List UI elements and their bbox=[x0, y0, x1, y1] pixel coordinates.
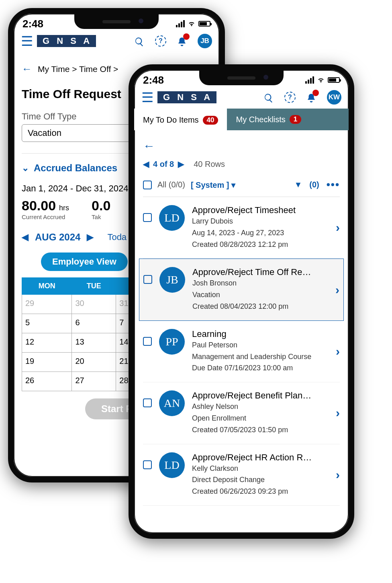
tab-todo[interactable]: My To Do Items 40 bbox=[134, 109, 227, 130]
item-avatar: PP bbox=[159, 329, 185, 355]
back-icon[interactable]: ← bbox=[143, 132, 340, 155]
employee-view-button[interactable]: Employee View bbox=[41, 252, 128, 271]
calendar-day-header: TUE bbox=[72, 278, 116, 295]
item-title: Learning bbox=[192, 329, 329, 339]
calendar-cell[interactable]: 27 bbox=[72, 372, 116, 391]
menu-icon[interactable]: ☰ bbox=[141, 90, 153, 104]
status-icons bbox=[305, 76, 340, 84]
chevron-right-icon: › bbox=[335, 283, 339, 297]
wifi-icon bbox=[316, 76, 325, 84]
item-created: Created 06/26/2023 09:23 pm bbox=[192, 486, 329, 497]
today-link[interactable]: Toda bbox=[107, 232, 127, 242]
select-all-checkbox[interactable] bbox=[143, 181, 152, 189]
breadcrumb-text: My Time > Time Off > bbox=[38, 64, 118, 74]
todo-item[interactable]: PPLearningPaul PetersonManagement and Le… bbox=[143, 321, 340, 382]
notifications-icon[interactable] bbox=[306, 91, 316, 104]
cellular-icon bbox=[176, 20, 185, 27]
page-position: 4 of 8 bbox=[153, 160, 174, 169]
calendar-cell[interactable]: 5 bbox=[22, 314, 72, 333]
item-avatar: JB bbox=[159, 267, 185, 293]
chevron-right-icon: › bbox=[336, 406, 340, 420]
next-page-icon[interactable]: ▶ bbox=[178, 159, 184, 169]
user-avatar[interactable]: KW bbox=[327, 90, 341, 105]
app-header: ☰ G N S A ? JB bbox=[14, 31, 219, 52]
item-detail: Aug 14, 2023 - Aug 27, 2023 bbox=[192, 227, 329, 239]
todo-count-badge: 40 bbox=[203, 116, 218, 125]
notifications-icon[interactable] bbox=[177, 35, 187, 47]
wifi-icon bbox=[187, 20, 196, 27]
item-title: Approve/Reject Benefit Plan… bbox=[192, 390, 329, 401]
item-person: Kelly Clarkson bbox=[192, 463, 329, 474]
taken-label: Tak bbox=[92, 213, 110, 220]
cellular-icon bbox=[305, 76, 314, 84]
calendar-day-header: MON bbox=[22, 278, 72, 295]
todo-item[interactable]: LDApprove/Reject HR Action R…Kelly Clark… bbox=[143, 444, 340, 506]
status-time: 2:48 bbox=[22, 18, 43, 30]
chevron-right-icon: › bbox=[336, 221, 340, 234]
back-icon[interactable]: ← bbox=[22, 63, 32, 75]
item-created: Created 08/28/2023 12:12 pm bbox=[192, 239, 329, 250]
item-title: Approve/Reject Time Off Re… bbox=[192, 267, 328, 277]
tab-checklists[interactable]: My Checklists 1 bbox=[227, 109, 310, 130]
row-count: 40 Rows bbox=[194, 160, 225, 169]
item-person: Ashley Nelson bbox=[192, 401, 329, 413]
battery-icon bbox=[328, 77, 340, 83]
chevron-right-icon: › bbox=[336, 468, 340, 482]
list-toolbar: All (0/0) [ System ] ▾ ▼ (0) ••• bbox=[143, 176, 340, 197]
calendar-cell[interactable]: 26 bbox=[22, 372, 72, 391]
item-person: Josh Bronson bbox=[192, 277, 328, 289]
search-icon[interactable] bbox=[134, 35, 145, 47]
item-detail: Open Enrollment bbox=[192, 413, 329, 424]
item-checkbox[interactable] bbox=[143, 337, 152, 346]
chevron-down-icon: ⌄ bbox=[22, 163, 29, 173]
item-created: Created 07/05/2023 01:50 pm bbox=[192, 424, 329, 436]
system-dropdown[interactable]: [ System ] ▾ bbox=[191, 180, 235, 190]
item-checkbox[interactable] bbox=[143, 398, 152, 407]
item-detail: Direct Deposit Change bbox=[192, 474, 329, 486]
select-all-label: All (0/0) bbox=[157, 180, 185, 189]
item-checkbox[interactable] bbox=[143, 275, 152, 284]
filter-icon[interactable]: ▼ bbox=[294, 180, 302, 189]
battery-icon bbox=[198, 21, 210, 27]
calendar-cell[interactable]: 20 bbox=[72, 353, 116, 372]
calendar-cell[interactable]: 19 bbox=[22, 353, 72, 372]
prev-page-icon[interactable]: ◀ bbox=[143, 159, 149, 169]
todo-item[interactable]: JBApprove/Reject Time Off Re…Josh Bronso… bbox=[139, 259, 344, 320]
item-detail: Vacation bbox=[192, 289, 328, 301]
status-time: 2:48 bbox=[143, 74, 164, 86]
filter-count: (0) bbox=[309, 180, 319, 189]
accrued-unit: hrs bbox=[59, 204, 69, 212]
pagination: ◀ 4 of 8 ▶ 40 Rows bbox=[143, 155, 340, 176]
notch bbox=[199, 70, 284, 85]
menu-icon[interactable]: ☰ bbox=[21, 34, 33, 48]
more-options-icon[interactable]: ••• bbox=[327, 179, 340, 191]
calendar-cell[interactable]: 30 bbox=[72, 295, 116, 314]
logo: G N S A bbox=[37, 35, 96, 47]
help-icon[interactable]: ? bbox=[284, 92, 296, 103]
current-accrued-label: Current Accrued bbox=[22, 213, 69, 220]
item-avatar: AN bbox=[159, 390, 185, 416]
calendar-cell[interactable]: 13 bbox=[72, 333, 116, 353]
calendar-cell[interactable]: 6 bbox=[72, 314, 116, 333]
user-avatar[interactable]: JB bbox=[198, 34, 212, 48]
current-month: AUG 2024 bbox=[35, 232, 80, 243]
item-detail: Management and Leadership Course bbox=[192, 351, 329, 363]
todo-item[interactable]: ANApprove/Reject Benefit Plan…Ashley Nel… bbox=[143, 382, 340, 444]
app-header: ☰ G N S A ? KW bbox=[134, 88, 349, 109]
item-checkbox[interactable] bbox=[143, 213, 152, 222]
item-title: Approve/Reject Timesheet bbox=[192, 205, 329, 216]
item-checkbox[interactable] bbox=[143, 460, 152, 469]
chevron-right-icon: › bbox=[336, 345, 340, 358]
item-created: Due Date 07/16/2023 10:00 am bbox=[192, 362, 329, 374]
item-created: Created 08/04/2023 12:00 pm bbox=[192, 301, 328, 312]
todo-item[interactable]: LDApprove/Reject TimesheetLarry DuboisAu… bbox=[143, 197, 340, 259]
help-icon[interactable]: ? bbox=[155, 35, 166, 47]
todo-list: LDApprove/Reject TimesheetLarry DuboisAu… bbox=[143, 197, 340, 506]
search-icon[interactable] bbox=[263, 91, 274, 104]
next-month-icon[interactable]: ▶ bbox=[87, 232, 94, 242]
calendar-cell[interactable]: 12 bbox=[22, 333, 72, 353]
prev-month-icon[interactable]: ◀ bbox=[22, 232, 29, 242]
notch bbox=[74, 14, 159, 29]
item-avatar: LD bbox=[159, 205, 185, 231]
calendar-cell[interactable]: 29 bbox=[22, 295, 72, 314]
